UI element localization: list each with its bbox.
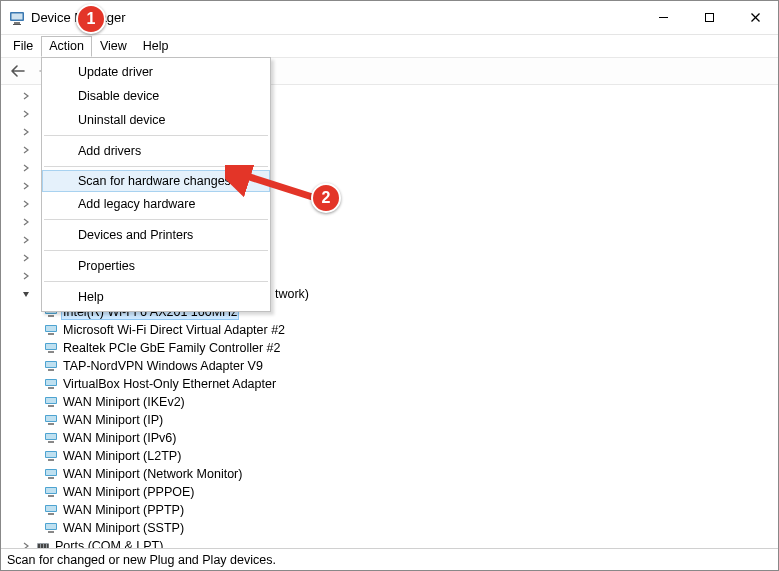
tree-item-label: WAN Miniport (IKEv2) [63, 395, 185, 409]
svg-rect-38 [46, 470, 56, 475]
tree-item-adapter[interactable]: WAN Miniport (SSTP) [1, 519, 778, 537]
tree-item-adapter[interactable]: WAN Miniport (PPTP) [1, 501, 778, 519]
network-adapter-icon [43, 412, 59, 428]
tree-item-adapter[interactable]: TAP-NordVPN Windows Adapter V9 [1, 357, 778, 375]
tree-item-adapter[interactable]: WAN Miniport (PPPOE) [1, 483, 778, 501]
svg-rect-47 [46, 524, 56, 529]
menu-item-add-legacy[interactable]: Add legacy hardware [42, 192, 270, 216]
svg-rect-33 [48, 441, 54, 443]
menu-item-add-drivers[interactable]: Add drivers [42, 139, 270, 163]
tree-item-label: WAN Miniport (L2TP) [63, 449, 181, 463]
menu-item-properties[interactable]: Properties [42, 254, 270, 278]
tree-item-adapter[interactable]: WAN Miniport (IPv6) [1, 429, 778, 447]
expand-arrow-icon[interactable] [19, 179, 33, 193]
tree-item-adapter[interactable]: VirtualBox Host-Only Ethernet Adapter [1, 375, 778, 393]
annotation-badge-1: 1 [76, 4, 106, 34]
expand-arrow-icon[interactable] [19, 161, 33, 175]
action-dropdown: Update driver Disable device Uninstall d… [41, 57, 271, 312]
tree-item-label: Microsoft Wi-Fi Direct Virtual Adapter #… [63, 323, 285, 337]
svg-rect-5 [705, 14, 713, 22]
tree-item-label: WAN Miniport (IPv6) [63, 431, 176, 445]
app-icon [9, 10, 25, 26]
expand-arrow-icon[interactable] [19, 143, 33, 157]
menu-separator [44, 219, 268, 220]
network-adapter-icon [43, 484, 59, 500]
tree-item-label: WAN Miniport (SSTP) [63, 521, 184, 535]
network-adapter-icon [43, 340, 59, 356]
expand-arrow-icon[interactable] [19, 89, 33, 103]
tree-item-label: TAP-NordVPN Windows Adapter V9 [63, 359, 263, 373]
svg-rect-48 [48, 531, 54, 533]
tree-item-label: WAN Miniport (PPTP) [63, 503, 184, 517]
tree-category-ports[interactable]: Ports (COM & LPT) [1, 537, 778, 548]
ports-icon [35, 538, 51, 548]
collapse-arrow-icon[interactable] [19, 287, 33, 301]
menu-separator [44, 250, 268, 251]
expand-arrow-icon[interactable] [19, 215, 33, 229]
network-adapter-icon [43, 502, 59, 518]
menu-item-update-driver[interactable]: Update driver [42, 60, 270, 84]
svg-rect-32 [46, 434, 56, 439]
expand-arrow-icon[interactable] [19, 233, 33, 247]
menu-item-scan-hardware[interactable]: Scan for hardware changes [42, 170, 270, 192]
svg-rect-52 [44, 544, 46, 548]
back-button[interactable] [7, 59, 31, 83]
tree-item-adapter[interactable]: Realtek PCIe GbE Family Controller #2 [1, 339, 778, 357]
svg-rect-12 [48, 315, 54, 317]
svg-rect-1 [12, 13, 23, 19]
svg-rect-15 [48, 333, 54, 335]
expand-arrow-icon[interactable] [19, 107, 33, 121]
tree-category-label: Ports (COM & LPT) [55, 539, 163, 548]
tree-item-label: Realtek PCIe GbE Family Controller #2 [63, 341, 280, 355]
expand-arrow-icon[interactable] [19, 125, 33, 139]
svg-rect-35 [46, 452, 56, 457]
menu-item-disable-device[interactable]: Disable device [42, 84, 270, 108]
minimize-button[interactable] [640, 2, 686, 34]
tree-item-adapter[interactable]: WAN Miniport (IKEv2) [1, 393, 778, 411]
menubar: File Action View Help [1, 35, 778, 57]
menu-action[interactable]: Action [41, 36, 92, 57]
tree-item-adapter[interactable]: WAN Miniport (Network Monitor) [1, 465, 778, 483]
network-adapter-icon [43, 466, 59, 482]
svg-rect-20 [46, 362, 56, 367]
svg-rect-36 [48, 459, 54, 461]
tree-item-label: VirtualBox Host-Only Ethernet Adapter [63, 377, 276, 391]
svg-rect-2 [14, 22, 20, 24]
network-adapter-icon [43, 448, 59, 464]
tree-item-adapter[interactable]: WAN Miniport (L2TP) [1, 447, 778, 465]
expand-arrow-icon[interactable] [19, 251, 33, 265]
titlebar: Device Manager [1, 1, 778, 35]
menu-file[interactable]: File [5, 36, 41, 56]
network-adapter-icon [43, 520, 59, 536]
svg-rect-44 [46, 506, 56, 511]
maximize-button[interactable] [686, 2, 732, 34]
svg-rect-14 [46, 326, 56, 331]
tree-item-label: WAN Miniport (PPPOE) [63, 485, 195, 499]
menu-separator [44, 135, 268, 136]
svg-rect-53 [47, 544, 49, 548]
svg-rect-45 [48, 513, 54, 515]
window-title: Device Manager [31, 10, 640, 25]
menu-item-help[interactable]: Help [42, 285, 270, 309]
svg-rect-42 [48, 495, 54, 497]
menu-help[interactable]: Help [135, 36, 177, 56]
menu-view[interactable]: View [92, 36, 135, 56]
network-adapter-icon [43, 394, 59, 410]
network-adapter-icon [43, 376, 59, 392]
menu-item-uninstall-device[interactable]: Uninstall device [42, 108, 270, 132]
svg-rect-51 [41, 544, 43, 548]
svg-rect-18 [48, 351, 54, 353]
expand-arrow-icon[interactable] [19, 197, 33, 211]
tree-item-adapter[interactable]: Microsoft Wi-Fi Direct Virtual Adapter #… [1, 321, 778, 339]
statusbar: Scan for changed or new Plug and Play de… [1, 548, 778, 570]
menu-item-devices-printers[interactable]: Devices and Printers [42, 223, 270, 247]
svg-rect-24 [48, 387, 54, 389]
menu-separator [44, 281, 268, 282]
close-button[interactable] [732, 2, 778, 34]
expand-arrow-icon[interactable] [19, 539, 33, 548]
svg-rect-30 [48, 423, 54, 425]
svg-rect-26 [46, 398, 56, 403]
tree-item-label: WAN Miniport (IP) [63, 413, 163, 427]
tree-item-adapter[interactable]: WAN Miniport (IP) [1, 411, 778, 429]
expand-arrow-icon[interactable] [19, 269, 33, 283]
